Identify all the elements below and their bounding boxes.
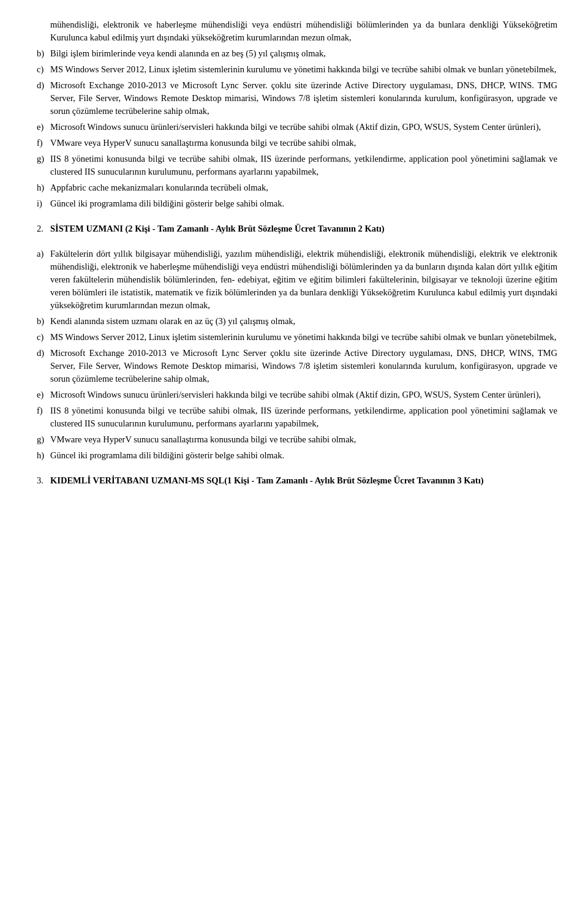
list-text: Microsoft Windows sunucu ürünleri/servis… — [50, 121, 557, 134]
list-text: Kendi alanında sistem uzmanı olarak en a… — [50, 315, 557, 328]
section-3-number-label: 3. — [37, 474, 50, 493]
list-label: g) — [37, 153, 50, 178]
list-label: h) — [37, 181, 50, 194]
section-2: 2. SİSTEM UZMANI (2 Kişi - Tam Zamanlı -… — [37, 222, 557, 462]
section-number-label: 2. — [37, 222, 50, 241]
list-text: Güncel iki programlama dili bildiğini gö… — [50, 197, 557, 210]
list-item: f) IIS 8 yönetimi konusunda bilgi ve tec… — [37, 404, 557, 430]
list-item: g) IIS 8 yönetimi konusunda bilgi ve tec… — [37, 153, 557, 178]
list-item: f) VMware veya HyperV sunucu sanallaştır… — [37, 137, 557, 149]
list-text: Güncel iki programlama dili bildiğini gö… — [50, 449, 557, 462]
list-item: i) Güncel iki programlama dili bildiğini… — [37, 197, 557, 210]
list-label: f) — [37, 137, 50, 149]
list-label: d) — [37, 347, 50, 385]
list-item: c) MS Windows Server 2012, Linux işletim… — [37, 331, 557, 344]
list-item: d) Microsoft Exchange 2010-2013 ve Micro… — [37, 347, 557, 385]
section-2-list: a) Fakültelerin dört yıllık bilgisayar m… — [37, 248, 557, 462]
list-label: e) — [37, 121, 50, 134]
main-content: mühendisliği, elektronik ve haberleşme m… — [37, 18, 557, 493]
list-text: IIS 8 yönetimi konusunda bilgi ve tecrüb… — [50, 153, 557, 178]
list-item: b) Kendi alanında sistem uzmanı olarak e… — [37, 315, 557, 328]
list-label: g) — [37, 433, 50, 446]
list-label: a) — [37, 248, 50, 312]
list-item: h) Appfabric cache mekanizmaları konular… — [37, 181, 557, 194]
list-item: b) Bilgi işlem birimlerinde veya kendi a… — [37, 47, 557, 60]
list-label: h) — [37, 449, 50, 462]
intro-list: mühendisliği, elektronik ve haberleşme m… — [37, 18, 557, 210]
list-label: c) — [37, 331, 50, 344]
section-3: 3. KIDEMLİ VERİTABANI UZMANI-MS SQL(1 Ki… — [37, 474, 557, 493]
list-label: f) — [37, 404, 50, 430]
list-label: b) — [37, 47, 50, 60]
list-text: MS Windows Server 2012, Linux işletim si… — [50, 63, 557, 76]
list-text: IIS 8 yönetimi konusunda bilgi ve tecrüb… — [50, 404, 557, 430]
section-3-header: 3. KIDEMLİ VERİTABANI UZMANI-MS SQL(1 Ki… — [37, 474, 557, 493]
list-item: g) VMware veya HyperV sunucu sanallaştır… — [37, 433, 557, 446]
list-item: e) Microsoft Windows sunucu ürünleri/ser… — [37, 388, 557, 401]
list-item: d) Microsoft Exchange 2010-2013 ve Micro… — [37, 79, 557, 118]
section-title: SİSTEM UZMANI (2 Kişi - Tam Zamanlı - Ay… — [50, 222, 557, 235]
list-item: h) Güncel iki programlama dili bildiğini… — [37, 449, 557, 462]
section-3-title: KIDEMLİ VERİTABANI UZMANI-MS SQL(1 Kişi … — [50, 474, 557, 487]
list-text: mühendisliği, elektronik ve haberleşme m… — [50, 18, 557, 44]
list-text: VMware veya HyperV sunucu sanallaştırma … — [50, 433, 557, 446]
list-label: i) — [37, 197, 50, 210]
intro-section: mühendisliği, elektronik ve haberleşme m… — [37, 18, 557, 210]
list-label: d) — [37, 79, 50, 118]
list-text: Microsoft Windows sunucu ürünleri/servis… — [50, 388, 557, 401]
list-item: c) MS Windows Server 2012, Linux işletim… — [37, 63, 557, 76]
list-item: e) Microsoft Windows sunucu ürünleri/ser… — [37, 121, 557, 134]
list-text: Fakültelerin dört yıllık bilgisayar mühe… — [50, 248, 557, 312]
list-text: Microsoft Exchange 2010-2013 ve Microsof… — [50, 347, 557, 385]
list-text: MS Windows Server 2012, Linux işletim si… — [50, 331, 557, 344]
list-text: Microsoft Exchange 2010-2013 ve Microsof… — [50, 79, 557, 118]
list-label: e) — [37, 388, 50, 401]
list-text: Appfabric cache mekanizmaları konularınd… — [50, 181, 557, 194]
list-item: mühendisliği, elektronik ve haberleşme m… — [37, 18, 557, 44]
list-text: VMware veya HyperV sunucu sanallaştırma … — [50, 137, 557, 149]
section-header: 2. SİSTEM UZMANI (2 Kişi - Tam Zamanlı -… — [37, 222, 557, 241]
list-label — [37, 18, 50, 44]
list-item: a) Fakültelerin dört yıllık bilgisayar m… — [37, 248, 557, 312]
list-label: b) — [37, 315, 50, 328]
list-label: c) — [37, 63, 50, 76]
list-text: Bilgi işlem birimlerinde veya kendi alan… — [50, 47, 557, 60]
